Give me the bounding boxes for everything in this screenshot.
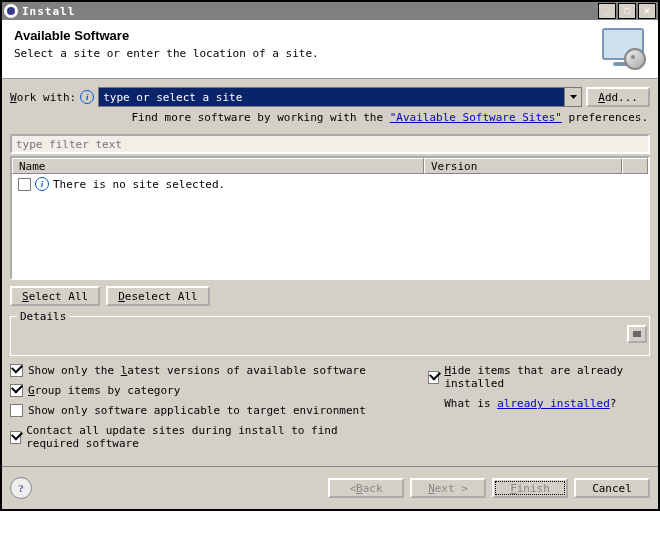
option-hide[interactable]: Hide items that are already installed	[428, 364, 650, 390]
already-installed-link[interactable]: already installed	[497, 397, 610, 410]
column-spacer	[622, 158, 648, 174]
work-with-label: Work with:	[10, 91, 76, 104]
help-icon[interactable]: ?	[10, 477, 32, 499]
finish-button: Finish	[492, 478, 568, 498]
checkbox-icon[interactable]	[428, 371, 439, 384]
option-target[interactable]: Show only software applicable to target …	[10, 404, 388, 417]
dialog-header: Available Software Select a site or ente…	[2, 20, 658, 79]
sites-hint: Find more software by working with the "…	[10, 111, 650, 124]
maximize-button[interactable]: □	[618, 3, 636, 19]
info-icon[interactable]: i	[80, 90, 94, 104]
checkbox-icon[interactable]	[10, 364, 23, 377]
next-button: Next >	[410, 478, 486, 498]
close-button[interactable]: ×	[638, 3, 656, 19]
details-collapse-button[interactable]	[627, 325, 647, 343]
available-sites-link[interactable]: "Available Software Sites"	[390, 111, 562, 124]
select-all-button[interactable]: Select All	[10, 286, 100, 306]
column-name[interactable]: Name	[12, 158, 424, 174]
row-checkbox[interactable]	[18, 178, 31, 191]
add-button[interactable]: Add...	[586, 87, 650, 107]
checkbox-icon[interactable]	[10, 384, 23, 397]
install-icon	[598, 28, 646, 70]
checkbox-icon[interactable]	[10, 404, 23, 417]
details-group: Details	[10, 316, 650, 356]
row-text: There is no site selected.	[53, 178, 225, 191]
deselect-all-button[interactable]: Deselect All	[106, 286, 209, 306]
window-title: Install	[22, 5, 598, 18]
software-table: Name Version i There is no site selected…	[10, 156, 650, 280]
filter-input[interactable]	[10, 134, 650, 154]
titlebar: Install _ □ ×	[2, 2, 658, 20]
install-dialog: Install _ □ × Available Software Select …	[0, 0, 660, 511]
option-latest[interactable]: Show only the latest versions of availab…	[10, 364, 388, 377]
table-row[interactable]: i There is no site selected.	[14, 176, 646, 192]
cancel-button[interactable]: Cancel	[574, 478, 650, 498]
work-with-combo[interactable]	[98, 87, 582, 107]
already-installed-hint: What is already installed?	[428, 397, 650, 410]
minimize-button[interactable]: _	[598, 3, 616, 19]
chevron-down-icon[interactable]	[564, 88, 581, 106]
work-with-input[interactable]	[99, 88, 564, 106]
page-subtitle: Select a site or enter the location of a…	[14, 47, 590, 60]
eclipse-icon	[4, 4, 18, 18]
option-contact[interactable]: Contact all update sites during install …	[10, 424, 388, 450]
option-group[interactable]: Group items by category	[10, 384, 388, 397]
page-title: Available Software	[14, 28, 590, 43]
details-legend: Details	[17, 310, 69, 323]
checkbox-icon[interactable]	[10, 431, 21, 444]
back-button: < Back	[328, 478, 404, 498]
info-icon: i	[35, 177, 49, 191]
column-version[interactable]: Version	[424, 158, 622, 174]
